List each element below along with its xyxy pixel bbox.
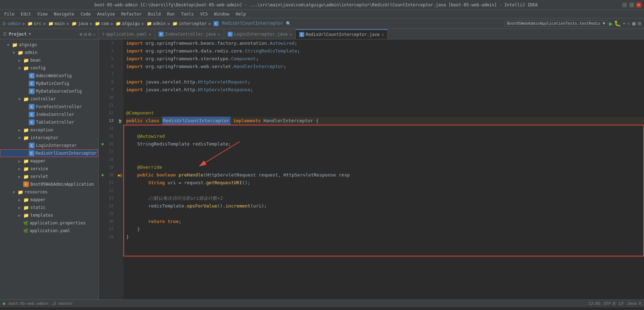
tree-item-controller[interactable]: ▼ 📁 controller (0, 95, 98, 103)
code-line-13: public class RedisUrlCountInterceptor im… (126, 117, 644, 125)
tree-item-templates[interactable]: ▶ 📁 templates (0, 211, 98, 219)
breadcrumb-admin[interactable]: 📁 admin (147, 21, 166, 26)
breadcrumb-project[interactable]: b-admin (3, 21, 21, 26)
tree-item-tablecontroller[interactable]: C TableController (0, 118, 98, 126)
menu-view[interactable]: View (35, 11, 50, 17)
panel-icon-settings[interactable]: ⚙ (88, 31, 91, 37)
menu-vcs[interactable]: VCS (197, 11, 211, 17)
tree-item-logininterceptor[interactable]: C LoginInterceptor (0, 142, 98, 149)
minimize-button[interactable]: — (622, 2, 627, 7)
breadcrumb-src[interactable]: 📁 src (27, 21, 42, 26)
tab-class-icon-login: C (228, 32, 233, 37)
tab-class-icon-index: C (159, 32, 164, 37)
tree-item-redisurlcountinterceptor[interactable]: C RedisUrlCountInterceptor (0, 149, 98, 157)
tree-item-application-properties[interactable]: 🌿 application.properties (0, 219, 98, 227)
stop-button[interactable]: ⏹ (631, 21, 636, 26)
line-num-10: 10 (102, 94, 114, 101)
tree-item-adminwebconfig[interactable]: C AdminWebConfig (0, 72, 98, 80)
layout-button[interactable]: ⊞ (638, 20, 641, 27)
tab-application-yaml[interactable]: Y application.yaml ✕ (99, 29, 155, 39)
tree-item-mapper[interactable]: ▶ 📁 mapper (0, 157, 98, 165)
code-line-22 (126, 187, 644, 194)
tree-item-atguigu[interactable]: ▼ 📁 atguigu (0, 41, 98, 49)
tree-item-config[interactable]: ▼ 📁 config (0, 64, 98, 72)
menu-run[interactable]: Run (164, 11, 178, 17)
menu-analyze[interactable]: Analyze (94, 11, 118, 17)
tab-close-login[interactable]: ✕ (290, 32, 292, 37)
tab-close-redis[interactable]: ✕ (382, 32, 384, 37)
breadcrumb-java[interactable]: 📁 java (72, 21, 88, 26)
gutter-10 (116, 94, 123, 101)
menu-build[interactable]: Build (145, 11, 164, 17)
tree-item-formtestcontroller[interactable]: C FormTestController (0, 103, 98, 111)
coverage-button[interactable]: ☂ (622, 21, 625, 26)
gutter-23 (116, 194, 123, 202)
breadcrumb-main[interactable]: 📁 main (48, 21, 65, 26)
code-line-7 (126, 70, 644, 78)
navigate-icon[interactable]: 🔍 (286, 21, 291, 26)
code-line-23: //默认每次访问当前uri就会计数+1 (126, 194, 644, 202)
tree-item-mydatasourceconfig[interactable]: C MyDataSourceConfig (0, 87, 98, 95)
line-num-17: 17 (102, 148, 114, 156)
line-separator: LF (619, 301, 624, 306)
run-controls: Boot05WebAdminApplicationTests.testRedis… (504, 20, 641, 27)
run-button[interactable]: ▶ (609, 20, 613, 27)
tree-item-admin[interactable]: ▼ 📁 admin (0, 49, 98, 56)
close-button[interactable]: ✕ (636, 2, 641, 7)
status-bar: ● boot-05-web-admin ⎇ master 13:85 UTF-8… (0, 299, 644, 307)
breadcrumb-atguigu[interactable]: 📁 atguigu (116, 21, 140, 26)
tree-item-static[interactable]: ▶ 📁 static (0, 204, 98, 211)
profile-button[interactable]: ⚡ (627, 21, 630, 26)
menu-window[interactable]: Window (211, 11, 232, 17)
menu-navigate[interactable]: Navigate (51, 11, 77, 17)
line-num-3: 3 (102, 39, 114, 47)
tree-item-bean[interactable]: ▶ 📁 bean (0, 56, 98, 64)
run-config-dropdown[interactable]: Boot05WebAdminApplicationTests.testRedis… (504, 20, 607, 27)
menu-edit[interactable]: Edit (18, 11, 34, 17)
line-num-22: 22 (102, 187, 114, 194)
window-controls[interactable]: — □ ✕ (622, 2, 641, 7)
tree-item-resources-mapper[interactable]: ▶ 📁 mapper (0, 196, 98, 204)
panel-icon-close[interactable]: — (93, 31, 96, 37)
cursor-position: 13:85 (589, 301, 600, 306)
code-line-20: public boolean preHandle(HttpServletRequ… (126, 171, 644, 179)
menu-help[interactable]: Help (233, 11, 249, 17)
gutter-22 (116, 187, 123, 194)
tab-redisurlcount[interactable]: C RedisUrlCountInterceptor.java ✕ (296, 29, 388, 39)
gutter-26 (116, 218, 123, 225)
tab-indexcontroller[interactable]: C IndexController.java ✕ (155, 29, 224, 39)
breadcrumb-class[interactable]: C RedisUrlCountInterceptor (214, 21, 283, 26)
menu-refactor[interactable]: Refactor (118, 11, 145, 17)
tree-item-mybatisconfig[interactable]: C MyBatisConfig (0, 80, 98, 87)
gutter-13: 🍃 (116, 117, 123, 125)
tree-item-service[interactable]: ▶ 📁 service (0, 165, 98, 173)
line-num-6: 6 (102, 63, 114, 70)
gutter-5 (116, 55, 123, 63)
tree-item-interceptor[interactable]: ▼ 📁 interceptor (0, 134, 98, 142)
tree-item-resources[interactable]: ▼ 📁 resources (0, 188, 98, 196)
breadcrumb-interceptor[interactable]: 📁 interceptor (172, 21, 207, 26)
menu-code[interactable]: Code (78, 11, 94, 17)
menu-file[interactable]: File (1, 11, 17, 17)
tab-logininterceptor[interactable]: C LoginInterceptor.java ✕ (224, 29, 296, 39)
breadcrumb-com[interactable]: 📁 com (95, 21, 109, 26)
code-line-5: import org.springframework.stereotype.Co… (126, 55, 644, 63)
panel-icon-collapse[interactable]: ⊟ (84, 31, 87, 37)
code-line-8: import javax.servlet.http.HttpServletReq… (126, 78, 644, 86)
panel-icon-globe[interactable]: ⊕ (79, 31, 82, 37)
tab-close-index[interactable]: ✕ (218, 32, 220, 37)
code-line-16: StringRedisTemplate redisTemplate; (126, 140, 644, 148)
tree-item-application-yaml[interactable]: 🌿 application.yaml (0, 227, 98, 235)
maximize-button[interactable]: □ (629, 2, 634, 7)
tree-item-indexcontroller[interactable]: C IndexController (0, 111, 98, 118)
tree-item-exception[interactable]: ▶ 📁 exception (0, 126, 98, 134)
debug-button[interactable]: 🐛 (614, 20, 621, 27)
tree-item-servlet[interactable]: ▶ 📁 servlet (0, 173, 98, 180)
menu-tools[interactable]: Tools (178, 11, 197, 17)
tab-close-yaml[interactable]: ✕ (149, 32, 151, 37)
code-lines[interactable]: import org.springframework.beans.factory… (123, 39, 644, 299)
tree-item-boot05webadminapplication[interactable]: C Boot05WebAdminApplication (0, 180, 98, 188)
gutter-24 (116, 202, 123, 210)
title-bar: boot-05-web-admin [C:\Users\lfy\Desktop\… (0, 0, 644, 10)
gutter-19 (116, 163, 123, 171)
